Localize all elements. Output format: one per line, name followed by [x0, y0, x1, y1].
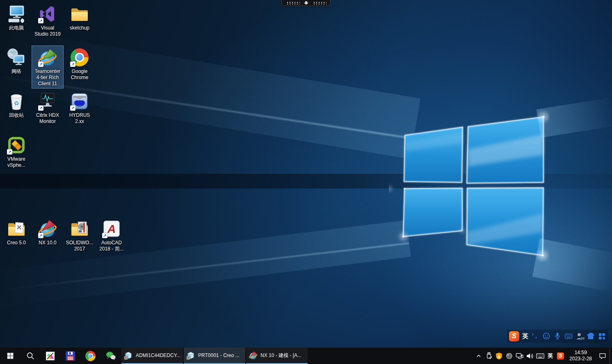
taskbar-window-label: PRT0001 - Creo ...	[198, 353, 240, 358]
taskbar-window-admi[interactable]: ADMI1C44DEDCY...	[121, 348, 183, 364]
show-desktop-button[interactable]	[610, 348, 612, 364]
touch-keyboard-button[interactable]	[535, 348, 545, 364]
volume-control[interactable]	[525, 348, 535, 364]
speaker-icon	[525, 352, 534, 360]
shortcut-arrow-badge: ↗	[38, 61, 43, 67]
floppy-disk-icon	[65, 351, 75, 361]
desktop-icon-this-pc[interactable]: 此电脑	[1, 2, 32, 32]
nx-icon: ↗	[38, 219, 57, 239]
this-pc-icon	[7, 4, 26, 24]
desktop-icon-creo-5-0[interactable]: Creo 5.0	[1, 217, 32, 247]
solidworks-folder-icon	[70, 219, 89, 239]
citrix-hdx-monitor-icon: ↗	[38, 91, 57, 111]
taskbar-empty-space	[308, 348, 473, 364]
creo-part-icon	[124, 351, 133, 360]
ime-mode-toggle[interactable]: 英	[522, 332, 528, 340]
toolbox-grid-icon[interactable]	[598, 332, 606, 341]
desktop-icon-label: Visual Studio 2019	[34, 25, 61, 37]
desktop-icon-label: Citrix HDX Monitor	[36, 112, 59, 125]
taskbar-app-wechat[interactable]	[100, 348, 121, 364]
creo-folder-icon	[7, 219, 26, 239]
taskbar-window-nx10[interactable]: NX 10 - 建模 - [A...	[246, 348, 308, 364]
desktop-icon-label: NX 10.0	[39, 240, 56, 246]
chrome-icon: ↗	[70, 48, 89, 67]
voice-input-icon[interactable]	[553, 332, 562, 341]
punctuation-toggle[interactable]: ’，	[531, 332, 539, 341]
pull-down-toolbar-handle[interactable]	[281, 0, 331, 6]
sogou-ime-toolbar: S 英 ’， 20	[507, 330, 608, 343]
taskbar-window-label: ADMI1C44DEDCY...	[136, 353, 180, 358]
clock-time: 14:59	[575, 350, 587, 356]
desktop-icon-label: 回收站	[9, 112, 24, 118]
spiral-app-tray[interactable]	[504, 348, 514, 364]
autocad-icon: A ↗	[102, 219, 121, 239]
desktop-icon-label: VMware vSphe...	[7, 156, 25, 168]
soft-keyboard-icon[interactable]	[564, 332, 573, 341]
desktop-icon-label: SOLIDWO... 2017	[66, 240, 94, 252]
desktop-icon-network[interactable]: 网络	[1, 46, 32, 76]
start-button[interactable]	[0, 348, 20, 364]
notification-bubble-icon	[598, 352, 607, 360]
action-center-button[interactable]	[596, 348, 610, 364]
desktop-icon-label: Google Chrome	[71, 68, 89, 81]
desktop-icon-google-chrome[interactable]: ↗ Google Chrome	[64, 46, 95, 82]
skin-theme-icon[interactable]	[587, 332, 595, 341]
shortcut-arrow-badge: ↗	[38, 233, 43, 238]
windows-desktop: 此电脑 网络 ♻ 回收站 ↗ VMware vSphe... Creo 5.0 …	[0, 0, 612, 364]
desktop-icon-label: sketchup	[70, 25, 89, 31]
sogou-tray-icon[interactable]: S	[557, 353, 564, 359]
desktop-icon-citrix-hdx-monitor[interactable]: ↗ Citrix HDX Monitor	[32, 90, 63, 126]
desktop-icon-solidworks-2017[interactable]: SOLIDWO... 2017	[64, 217, 95, 253]
desktop-icon-nx-10-0[interactable]: ↗ NX 10.0	[32, 217, 63, 247]
vmware-vsphere-icon: ↗	[7, 135, 26, 155]
desktop-icon-label: HYDRUS 2.xx	[69, 112, 90, 125]
search-icon	[26, 351, 35, 360]
taskbar-app-chrome[interactable]	[80, 348, 100, 364]
windows-start-icon	[6, 352, 14, 360]
horizon-dark-band	[0, 174, 612, 189]
search-button[interactable]	[20, 348, 40, 364]
sogou-logo[interactable]: S	[509, 331, 519, 341]
taskbar-clock[interactable]: 14:59 2023-2-28	[566, 348, 596, 364]
security-flame-tray[interactable]	[494, 348, 504, 364]
desktop-icon-sketchup[interactable]: sketchup	[64, 2, 95, 32]
grip-dots-icon	[286, 1, 300, 5]
emoji-picker-icon[interactable]	[542, 332, 550, 341]
taskbar: ADMI1C44DEDCY... PRT0001 - Creo ... NX 1…	[0, 348, 612, 364]
usb-icon	[485, 352, 493, 360]
desktop-icon-label: AutoCAD 2018 - 简...	[99, 240, 123, 252]
light-beam	[1, 242, 409, 290]
desktop-icon-visual-studio-2019[interactable]: ↗ Visual Studio 2019	[32, 2, 63, 39]
login-account-icon[interactable]: 20	[575, 332, 584, 341]
desktop-icon-hydrus[interactable]: ↗ HYDRUS 2.xx	[64, 90, 95, 126]
taskbar-app-graphics[interactable]	[40, 348, 60, 364]
creo-part-icon	[186, 351, 195, 360]
network-icon	[7, 48, 26, 67]
network-status[interactable]	[514, 348, 525, 364]
chrome-icon	[85, 351, 96, 361]
shortcut-arrow-badge: ↗	[38, 105, 43, 111]
shortcut-arrow-badge: ↗	[70, 61, 75, 67]
hidden-icons-chevron[interactable]	[473, 348, 484, 364]
desktop-icon-label: Creo 5.0	[7, 240, 26, 246]
desktop-icon-label: 此电脑	[9, 25, 24, 31]
light-beam	[532, 239, 612, 292]
chevron-up-icon	[475, 352, 483, 360]
shortcut-arrow-badge: ↗	[102, 233, 107, 238]
keyboard-icon	[536, 351, 545, 360]
folder-icon	[70, 4, 89, 24]
clock-date: 2023-2-28	[569, 356, 592, 362]
desktop-icon-teamcenter[interactable]: ↗ Teamcenter 4-tier Rich Client 11	[32, 46, 63, 88]
desktop-icon-autocad-2018[interactable]: A ↗ AutoCAD 2018 - 简...	[96, 217, 127, 253]
taskbar-window-prt0001[interactable]: PRT0001 - Creo ...	[184, 348, 245, 364]
ime-mode-indicator[interactable]: 英	[545, 352, 555, 359]
desktop-icon-vmware-vsphere[interactable]: ↗ VMware vSphe...	[1, 134, 32, 170]
spiral-disc-icon	[505, 352, 513, 360]
visual-studio-icon: ↗	[38, 4, 57, 24]
taskbar-app-floppy[interactable]	[60, 348, 80, 364]
desktop-icon-label: 网络	[11, 68, 21, 75]
usb-safely-remove[interactable]	[484, 348, 494, 364]
flame-shield-icon	[495, 352, 503, 360]
desktop-icon-recycle-bin[interactable]: ♻ 回收站	[1, 90, 32, 120]
wechat-icon	[105, 350, 116, 361]
